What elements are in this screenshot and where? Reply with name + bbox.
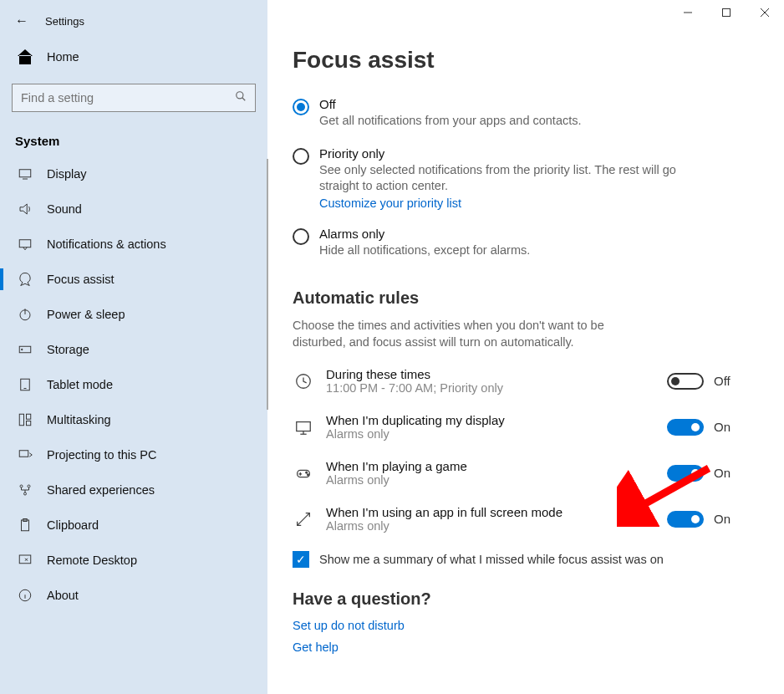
- sidebar-item-projecting[interactable]: Projecting to this PC: [0, 437, 267, 472]
- sidebar-item-notifications[interactable]: Notifications & actions: [0, 227, 267, 262]
- svg-point-20: [28, 485, 30, 487]
- maximize-button[interactable]: [707, 0, 746, 25]
- sidebar-item-power[interactable]: Power & sleep: [0, 297, 267, 332]
- sidebar-item-label: Display: [47, 167, 87, 181]
- radio-label: Alarms only: [319, 227, 530, 241]
- monitor-icon: [293, 418, 314, 436]
- sidebar-item-label: Notifications & actions: [47, 237, 166, 251]
- close-button[interactable]: [746, 0, 784, 25]
- focus-assist-icon: [15, 272, 35, 287]
- sidebar-item-label: Focus assist: [47, 273, 115, 286]
- radio-desc: Hide all notifications, except for alarm…: [319, 242, 530, 259]
- back-button[interactable]: ←: [15, 13, 28, 28]
- shared-icon: [15, 482, 35, 498]
- sidebar-item-display[interactable]: Display: [0, 156, 267, 191]
- sidebar-item-focus-assist[interactable]: Focus assist: [0, 262, 267, 297]
- remote-icon: [15, 553, 35, 568]
- summary-checkbox-label: Show me a summary of what I missed while…: [319, 553, 664, 566]
- sidebar-item-label: Projecting to this PC: [47, 448, 156, 462]
- svg-point-34: [308, 474, 309, 476]
- sidebar-section-label: System: [0, 124, 267, 156]
- rule-sub: 11:00 PM - 7:00 AM; Priority only: [326, 381, 655, 395]
- automatic-rules-heading: Automatic rules: [293, 288, 759, 308]
- summary-checkbox-row[interactable]: ✓ Show me a summary of what I missed whi…: [293, 551, 759, 568]
- svg-point-19: [20, 485, 23, 487]
- radio-priority[interactable]: Priority only See only selected notifica…: [293, 141, 759, 222]
- search-input[interactable]: [21, 91, 213, 105]
- svg-rect-18: [19, 451, 28, 457]
- radio-alarms[interactable]: Alarms only Hide all notifications, exce…: [293, 222, 759, 271]
- rule-sub: Alarms only: [326, 473, 655, 487]
- sidebar-item-about[interactable]: About: [0, 578, 267, 613]
- svg-rect-15: [19, 414, 23, 426]
- clock-icon: [293, 372, 314, 390]
- sidebar-item-label: Tablet mode: [47, 378, 113, 391]
- rule-title: When I'm using an app in full screen mod…: [326, 505, 655, 519]
- rule-duplicating-display[interactable]: When I'm duplicating my display Alarms o…: [293, 413, 759, 441]
- sidebar-item-shared[interactable]: Shared experiences: [0, 472, 267, 508]
- sidebar: ← Settings Home System Display Sound Not…: [0, 0, 267, 694]
- radio-off[interactable]: Off Get all notifications from your apps…: [293, 92, 759, 141]
- power-icon: [15, 307, 35, 322]
- clipboard-icon: [15, 518, 35, 533]
- toggle-duplicating[interactable]: [667, 419, 704, 436]
- svg-rect-24: [19, 555, 31, 564]
- tablet-icon: [15, 377, 35, 392]
- gamepad-icon: [293, 464, 314, 482]
- sidebar-item-label: Remote Desktop: [47, 554, 137, 567]
- scrollbar[interactable]: [267, 159, 268, 410]
- toggle-label: On: [714, 466, 731, 480]
- storage-icon: [15, 342, 35, 357]
- toggle-label: On: [714, 420, 731, 434]
- svg-rect-6: [19, 170, 31, 177]
- rule-fullscreen-app[interactable]: When I'm using an app in full screen mod…: [293, 505, 759, 533]
- fullscreen-icon: [293, 510, 314, 528]
- svg-line-5: [242, 98, 246, 101]
- sidebar-item-label: Storage: [47, 343, 89, 356]
- rule-sub: Alarms only: [326, 427, 655, 441]
- radio-label: Off: [319, 97, 582, 111]
- help-link-get-help[interactable]: Get help: [293, 640, 759, 654]
- minimize-button[interactable]: [669, 0, 707, 25]
- rule-during-times[interactable]: During these times 11:00 PM - 7:00 AM; P…: [293, 367, 759, 395]
- radio-desc: Get all notifications from your apps and…: [319, 113, 582, 130]
- display-icon: [15, 166, 35, 181]
- sidebar-item-storage[interactable]: Storage: [0, 332, 267, 367]
- rule-title: During these times: [326, 367, 655, 381]
- customize-priority-link[interactable]: Customize your priority list: [319, 196, 461, 210]
- sidebar-item-clipboard[interactable]: Clipboard: [0, 508, 267, 543]
- svg-point-21: [24, 492, 27, 495]
- sidebar-item-sound[interactable]: Sound: [0, 191, 267, 227]
- toggle-gaming[interactable]: [667, 465, 704, 482]
- svg-rect-29: [297, 421, 311, 431]
- svg-rect-17: [27, 421, 31, 426]
- radio-icon: [293, 99, 309, 115]
- rule-playing-game[interactable]: When I'm playing a game Alarms only On: [293, 459, 759, 487]
- svg-rect-16: [27, 414, 31, 419]
- toggle-label: Off: [714, 374, 731, 388]
- rule-title: When I'm duplicating my display: [326, 413, 655, 427]
- sidebar-item-label: Sound: [47, 202, 82, 216]
- svg-rect-1: [723, 9, 731, 17]
- notifications-icon: [15, 237, 35, 252]
- checkbox-checked-icon: ✓: [293, 551, 309, 568]
- search-box[interactable]: [12, 84, 256, 112]
- projecting-icon: [15, 447, 35, 462]
- home-icon: [15, 47, 35, 67]
- sidebar-home[interactable]: Home: [0, 37, 267, 77]
- sidebar-item-label: Power & sleep: [47, 308, 125, 321]
- about-icon: [15, 588, 35, 603]
- sidebar-item-tablet[interactable]: Tablet mode: [0, 367, 267, 402]
- question-heading: Have a question?: [293, 589, 759, 609]
- sidebar-item-label: Multitasking: [47, 413, 111, 426]
- toggle-during-times[interactable]: [667, 373, 704, 390]
- sidebar-item-remote[interactable]: Remote Desktop: [0, 543, 267, 578]
- sidebar-item-multitasking[interactable]: Multitasking: [0, 402, 267, 437]
- rule-title: When I'm playing a game: [326, 459, 655, 473]
- radio-icon: [293, 148, 309, 165]
- page-title: Focus assist: [293, 47, 759, 74]
- search-icon: [235, 90, 247, 105]
- automatic-rules-desc: Choose the times and activities when you…: [293, 318, 660, 350]
- help-link-setup[interactable]: Set up do not disturb: [293, 619, 759, 632]
- toggle-fullscreen[interactable]: [667, 511, 704, 528]
